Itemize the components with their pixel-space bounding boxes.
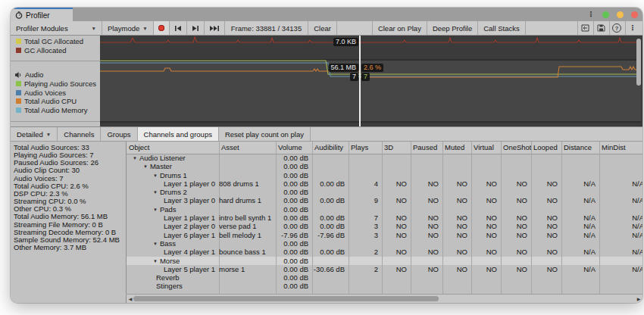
column-header-virtual[interactable]: Virtual (474, 142, 501, 154)
cell-plays: 3 (349, 231, 378, 239)
column-header-paused[interactable]: Paused (413, 142, 442, 154)
scroll-right-arrow-icon[interactable]: ▶ (635, 295, 642, 302)
reset-play-count-button[interactable]: Reset play count on play (219, 127, 311, 141)
window-minimize-button[interactable] (617, 11, 624, 18)
cell-asset: bounce bass 1 (219, 248, 272, 256)
horizontal-scrollbar[interactable]: ◀ ▶ (127, 295, 642, 303)
cell-d3 (382, 257, 407, 265)
column-header-oneshot[interactable]: OneShot (503, 142, 531, 154)
horizontal-scrollbar-thumb[interactable] (133, 296, 439, 301)
cell-distance (561, 171, 596, 179)
tab-profiler[interactable]: Profiler (11, 8, 73, 21)
legend-swatch-icon (16, 98, 21, 104)
tab-channels[interactable]: Channels (58, 127, 101, 141)
column-header-looped[interactable]: Looped (533, 142, 561, 154)
profiler-modules-dropdown[interactable]: Profiler Modules ▼ (11, 21, 102, 35)
table-body: ▼Audio Listener0.00 dB▼Master0.00 dB▼Dru… (127, 154, 642, 294)
table-row[interactable]: Layer 5 player 1morse 10.00 dB-30.66 dB2… (127, 265, 642, 273)
legend-item[interactable]: Audio Voices (11, 89, 100, 98)
tab-groups[interactable]: Groups (101, 127, 137, 141)
module-header-audio[interactable]: Audio (11, 70, 100, 80)
clear-on-play-button[interactable]: Clear on Play (373, 21, 427, 35)
cell-mindist: N/A (599, 196, 642, 204)
help-button[interactable]: ? (609, 21, 624, 35)
column-header-mindist[interactable]: MinDist (602, 142, 642, 154)
tree-expand-arrow-icon[interactable]: ▼ (133, 154, 137, 162)
cell-asset: intro bell synth 1 (219, 214, 272, 222)
tree-expand-arrow-icon[interactable]: ▼ (153, 206, 158, 214)
column-header-audibility[interactable]: Audibility (314, 142, 349, 154)
target-mode-dropdown[interactable]: Playmode ▼ (102, 21, 154, 35)
legend-item[interactable]: Playing Audio Sources (11, 80, 100, 89)
legend-item[interactable]: GC Allocated (11, 46, 100, 55)
table-row[interactable]: ▼Bass0.00 dB (127, 239, 642, 248)
previous-frame-button[interactable] (170, 21, 187, 35)
column-header-3d[interactable]: 3D (384, 142, 411, 154)
next-frame-button[interactable] (187, 21, 205, 35)
cell-plays: 4 (349, 179, 378, 188)
object-label: Layer 3 player 0 (164, 196, 215, 204)
cell-paused (411, 205, 439, 214)
window-close-button[interactable] (631, 11, 638, 18)
selected-frame-playhead[interactable] (359, 36, 361, 126)
clear-button[interactable]: Clear (308, 21, 337, 35)
context-menu-button[interactable]: ⋮ (625, 21, 639, 35)
table-row[interactable]: Reverb0.00 dB (127, 273, 642, 282)
legend-item[interactable]: Total Audio Memory (11, 106, 100, 115)
tree-expand-arrow-icon[interactable]: ▼ (153, 257, 158, 265)
table-row[interactable]: ▼Pads0.00 dB (127, 205, 642, 214)
table-row[interactable]: ▼Audio Listener0.00 dB (127, 154, 642, 162)
detail-mode-dropdown[interactable]: Detailed ▼ (11, 127, 58, 141)
cell-distance: N/A (561, 231, 596, 239)
cell-virtual: NO (471, 196, 497, 204)
cell-plays (349, 154, 378, 162)
titlebar-menu-icon[interactable]: ⋮ (587, 11, 595, 18)
cell-volume: 0.00 dB (276, 282, 308, 290)
cell-virtual: NO (471, 231, 497, 239)
deep-profile-button[interactable]: Deep Profile (427, 21, 478, 35)
profiler-toolbar: Profiler Modules ▼ Playmode ▼ (11, 21, 642, 36)
column-header-volume[interactable]: Volume (278, 142, 312, 154)
column-header-asset[interactable]: Asset (221, 142, 276, 154)
table-row[interactable]: ▼Master0.00 dB (127, 162, 642, 170)
table-row[interactable]: Stingers0.00 dB (127, 282, 642, 290)
titlebar: Profiler ⋮ (11, 8, 642, 21)
save-profile-button[interactable] (593, 21, 608, 35)
column-header-muted[interactable]: Muted (445, 142, 471, 154)
table-row[interactable]: ▼Drums 10.00 dB (127, 171, 642, 179)
table-row[interactable]: Layer 6 player 1bell melody 1-7.96 dB-7.… (127, 231, 642, 239)
table-row[interactable]: Layer 3 player 0hard drums 10.00 dB0.00 … (127, 196, 642, 204)
cell-object: Layer 6 player 1 (127, 231, 219, 239)
current-frame-button[interactable] (205, 21, 225, 35)
column-header-object[interactable]: Object (129, 142, 219, 154)
cell-plays (349, 273, 378, 282)
cell-oneshot: NO (501, 265, 527, 273)
table-row[interactable]: Layer 2 player 0verse pad 10.00 dB0.00 d… (127, 222, 642, 230)
tab-channels-and-groups[interactable]: Channels and groups (138, 127, 219, 141)
legend-item-label: GC Allocated (24, 46, 66, 55)
object-label: Layer 5 player 1 (164, 265, 215, 273)
tree-expand-arrow-icon[interactable]: ▼ (143, 163, 148, 170)
call-stacks-button[interactable]: Call Stacks (478, 21, 526, 35)
table-row[interactable]: Layer 4 player 1bounce bass 10.00 dB0.00… (127, 248, 642, 256)
column-header-plays[interactable]: Plays (351, 142, 382, 154)
tree-expand-arrow-icon[interactable]: ▼ (153, 189, 158, 196)
cell-paused: NO (411, 265, 439, 273)
module-separator (11, 121, 100, 122)
window-fullscreen-button[interactable] (602, 11, 609, 18)
tree-expand-arrow-icon[interactable]: ▼ (153, 240, 158, 248)
record-button[interactable] (154, 21, 170, 35)
load-profile-button[interactable] (577, 21, 592, 35)
table-row[interactable]: Layer 1 player 0808 drums 10.00 dB0.00 d… (127, 179, 642, 188)
tree-expand-arrow-icon[interactable]: ▼ (153, 172, 158, 179)
chart-vertical-scrollbar[interactable] (636, 39, 641, 86)
legend-item[interactable]: Total GC Allocated (11, 37, 100, 46)
table-row[interactable]: ▼Morse0.00 dB (127, 257, 642, 265)
table-row[interactable]: ▼Drums 20.00 dB (127, 188, 642, 196)
column-header-distance[interactable]: Distance (564, 142, 599, 154)
legend-item[interactable]: Total Audio CPU (11, 97, 100, 106)
module-charts[interactable]: 7.0 KB 56.1 MB 2.6 % 7 7 (100, 36, 642, 126)
table-row[interactable]: Layer 1 player 1intro bell synth 10.00 d… (127, 214, 642, 222)
tab-label: Groups (107, 130, 130, 139)
cell-muted: NO (442, 265, 467, 273)
